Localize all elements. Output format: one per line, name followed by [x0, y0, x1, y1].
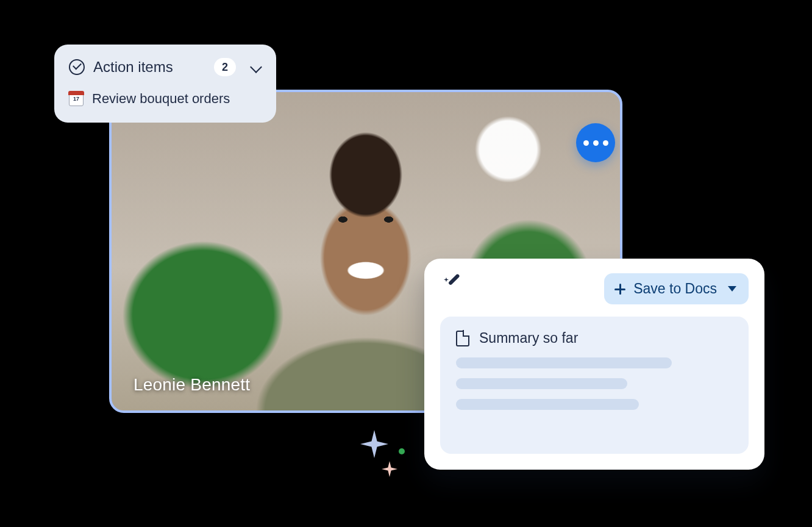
- save-to-docs-button[interactable]: Save to Docs: [604, 273, 749, 304]
- sparkle-icon: [382, 461, 397, 477]
- summary-header: Save to Docs: [440, 273, 749, 304]
- caret-down-icon[interactable]: [728, 286, 736, 292]
- summary-title-row: Summary so far: [456, 330, 733, 346]
- summary-line-placeholder: [456, 378, 627, 389]
- action-items-header[interactable]: Action items 2: [69, 58, 262, 76]
- summary-title: Summary so far: [479, 330, 578, 346]
- note-page-icon: [456, 331, 469, 346]
- chevron-down-icon[interactable]: [251, 62, 262, 73]
- plus-icon: [614, 283, 626, 295]
- sparkle-dot-icon: [399, 448, 405, 454]
- more-options-button[interactable]: [576, 123, 615, 162]
- summary-card: Save to Docs Summary so far: [424, 259, 764, 470]
- save-button-label: Save to Docs: [633, 281, 717, 297]
- summary-body: Summary so far: [440, 317, 749, 454]
- summary-line-placeholder: [456, 399, 639, 410]
- check-circle-icon: [69, 59, 85, 75]
- action-item[interactable]: Review bouquet orders: [69, 91, 262, 107]
- dot-icon: [603, 140, 608, 146]
- action-items-panel: Action items 2 Review bouquet orders: [54, 45, 276, 123]
- participant-name: Leonie Bennett: [134, 375, 250, 395]
- dot-icon: [593, 140, 599, 146]
- calendar-icon: [69, 91, 84, 106]
- sparkle-icon: [360, 430, 388, 458]
- magic-wand-icon: [445, 279, 466, 299]
- summary-line-placeholder: [456, 357, 672, 368]
- action-items-title: Action items: [93, 59, 173, 76]
- action-item-label: Review bouquet orders: [92, 91, 230, 107]
- dot-icon: [583, 140, 589, 146]
- action-items-count-badge: 2: [214, 58, 236, 76]
